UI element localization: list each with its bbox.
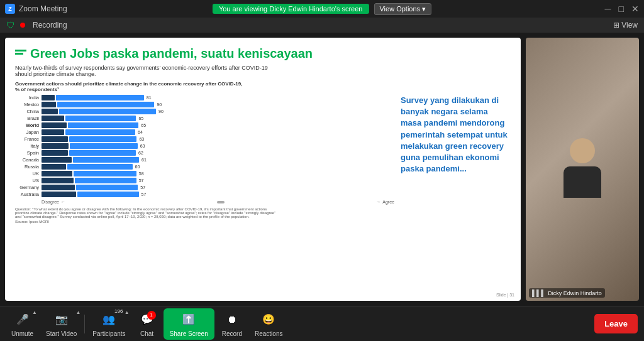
dark-bar (42, 143, 69, 149)
unmute-button[interactable]: ▲ 🎤 Unmute (6, 308, 38, 340)
chart-rows: India81Mexico90China90Brazil65World65Jap… (15, 95, 394, 197)
participants-caret[interactable]: ▲ (125, 310, 130, 315)
bar-number: 57 (140, 185, 145, 190)
unmute-label: Unmute (11, 330, 33, 337)
blue-bar (69, 150, 136, 156)
view-options-button[interactable]: View Options ▾ (374, 3, 431, 15)
start-video-button[interactable]: ▲ 📷 Start Video (41, 308, 82, 340)
bar-container: 64 (42, 129, 394, 135)
row-label: Italy (15, 143, 39, 149)
blue-bar (68, 122, 138, 128)
toolbar: ▲ 🎤 Unmute ▲ 📷 Start Video ▲ 👥 196 Parti… (0, 306, 644, 341)
disagree-agree: Disagree ← → Agree (42, 200, 394, 204)
participants-icon: 👥 196 (100, 311, 118, 328)
dark-bar (42, 102, 56, 107)
row-label: India (15, 95, 39, 100)
record-button[interactable]: ⏺ Record (217, 308, 247, 340)
blue-bar (74, 171, 136, 176)
bar-container: 63 (42, 143, 394, 149)
row-label: Japan (15, 129, 39, 135)
agree-label: → Agree (376, 200, 394, 204)
chart-row: Australia57 (15, 192, 394, 197)
dark-bar (42, 192, 76, 197)
footnote: Question: "To what extent do you agree o… (15, 207, 279, 219)
person-body (564, 166, 601, 198)
toolbar-left: ▲ 🎤 Unmute ▲ 📷 Start Video ▲ 👥 196 Parti… (6, 308, 287, 340)
record-label: Record (222, 330, 242, 337)
title-bar-center: You are viewing Dicky Edwin Hindarto's s… (213, 3, 431, 15)
bar-number: 90 (158, 109, 164, 114)
title-bar: Z Zoom Meeting You are viewing Dicky Edw… (0, 0, 644, 18)
chat-button[interactable]: 💬 1 Chat (133, 308, 161, 340)
dark-bar (42, 95, 55, 100)
dark-bar (42, 157, 72, 163)
dark-bar (42, 136, 68, 142)
bar-container: 57 (42, 185, 394, 190)
video-name-tag: ▌▌▌ Dicky Edwin Hindarto (529, 288, 605, 298)
row-label: Russia (15, 164, 39, 170)
blue-bar (59, 109, 156, 114)
bar-number: 64 (138, 130, 143, 134)
chart-row: Brazil65 (15, 116, 394, 121)
participants-count: 196 (114, 308, 123, 314)
chart-row: Italy63 (15, 143, 394, 149)
bar-number: 57 (142, 192, 147, 197)
row-label: Spain (15, 150, 39, 156)
bar-number: 60 (135, 165, 140, 169)
row-label: Australia (15, 192, 39, 197)
chart-row: France63 (15, 136, 394, 142)
record-icon: ⏺ (223, 311, 241, 328)
bar-number: 90 (157, 102, 162, 107)
chart-area: India81Mexico90China90Brazil65World65Jap… (15, 95, 394, 224)
main-area: Green Jobs paska pandemi, suatu keniscay… (0, 33, 644, 306)
unmute-caret[interactable]: ▲ (32, 310, 37, 315)
chart-label: Government actions should prioritize cli… (15, 81, 511, 92)
microphone-icon: 🎤 (14, 311, 31, 328)
share-screen-button[interactable]: ⬆️ Share Screen (164, 308, 214, 340)
chart-row: Germany57 (15, 185, 394, 190)
disagree-label: Disagree ← (42, 200, 65, 204)
dark-bar (42, 122, 67, 128)
start-video-label: Start Video (46, 330, 77, 337)
reactions-label: Reactions (255, 330, 282, 337)
slide-title: Green Jobs paska pandemi, suatu keniscay… (15, 46, 511, 61)
chat-icon: 💬 1 (138, 311, 156, 328)
blue-bar (76, 185, 138, 190)
chart-row: Japan64 (15, 129, 394, 135)
view-button[interactable]: ⊞ View (613, 21, 638, 30)
slide-description: Survey yang dilakukan di banyak negara s… (401, 95, 511, 175)
bar-container: 62 (42, 150, 394, 156)
bar-container: 61 (42, 157, 394, 163)
leave-button[interactable]: Leave (594, 314, 638, 333)
reactions-button[interactable]: 😀 Reactions (250, 308, 287, 340)
bar-number: 62 (138, 151, 143, 155)
dark-bar (42, 178, 74, 183)
chat-label: Chat (140, 330, 153, 337)
recording-bar: 🛡 Recording ⊞ View (0, 18, 644, 33)
viewing-badge: You are viewing Dicky Edwin Hindarto's s… (213, 4, 369, 14)
participants-button[interactable]: ▲ 👥 196 Participants (87, 308, 130, 340)
video-caret[interactable]: ▲ (75, 310, 80, 315)
signal-icon: ▌▌▌ (532, 290, 545, 296)
blue-bar (65, 129, 135, 135)
bar-container: 57 (42, 192, 394, 197)
bar-number: 58 (139, 171, 144, 176)
dark-bar (42, 116, 64, 121)
slide-panel: Green Jobs paska pandemi, suatu keniscay… (5, 38, 521, 301)
minimize-button[interactable]: ─ (605, 4, 611, 14)
bar-container: 90 (42, 109, 394, 114)
bar-number: 65 (141, 123, 146, 127)
participants-label: Participants (92, 330, 125, 337)
row-label: Brazil (15, 116, 39, 121)
bar-container: 81 (42, 95, 394, 100)
recording-left: 🛡 Recording (6, 20, 67, 30)
person-silhouette (557, 138, 608, 201)
blue-bar (56, 95, 144, 100)
close-button[interactable]: ✕ (631, 4, 639, 14)
title-icon (15, 50, 26, 58)
share-screen-label: Share Screen (170, 330, 208, 337)
video-panel: ▌▌▌ Dicky Edwin Hindarto (526, 38, 639, 301)
slide-subtitle: Nearly two-thirds of survey respondents … (15, 65, 279, 77)
maximize-button[interactable]: □ (619, 4, 624, 14)
blue-bar (75, 178, 136, 183)
